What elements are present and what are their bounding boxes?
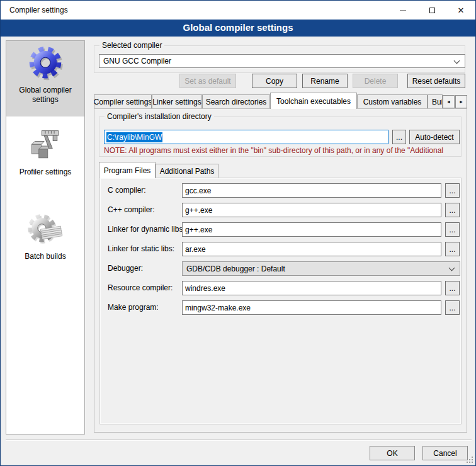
- debugger-select[interactable]: GDB/CDB debugger : Default: [182, 261, 460, 276]
- installation-directory-input[interactable]: C:\raylib\MinGW: [104, 130, 388, 144]
- browse-directory-button[interactable]: ...: [392, 130, 406, 144]
- sidebar-item-global-compiler-settings[interactable]: Global compiler settings: [6, 41, 84, 116]
- tab-linker-settings[interactable]: Linker settings: [152, 94, 202, 109]
- gray-gear-stack-icon: [25, 212, 65, 249]
- tab-search-directories[interactable]: Search directories: [202, 94, 270, 109]
- sidebar-item-batch-builds[interactable]: Batch builds: [6, 207, 84, 270]
- close-button[interactable]: ✕: [446, 1, 475, 20]
- tab-scroll-right-button[interactable]: ►: [455, 95, 467, 108]
- linker-static-input[interactable]: [182, 242, 441, 256]
- minimize-icon: [400, 10, 406, 11]
- linker-dynamic-browse-button[interactable]: ...: [445, 222, 460, 237]
- page-title: Global compiler settings: [1, 20, 475, 37]
- maximize-button[interactable]: [417, 1, 446, 20]
- copy-button[interactable]: Copy: [252, 74, 297, 88]
- c-compiler-label: C compiler:: [108, 183, 146, 198]
- make-program-browse-button[interactable]: ...: [445, 300, 460, 315]
- close-icon: ✕: [458, 6, 465, 14]
- settings-category-list: Global compiler settings Profiler s: [6, 40, 85, 435]
- tab-program-files[interactable]: Program Files: [99, 162, 156, 178]
- reset-defaults-button[interactable]: Reset defaults: [407, 74, 465, 88]
- compiler-settings-dialog: Compiler settings ✕ Global compiler sett…: [0, 0, 476, 466]
- installation-directory-group-label: Compiler's installation directory: [105, 112, 214, 121]
- window-title: Compiler settings: [9, 6, 68, 14]
- make-program-label: Make program:: [108, 300, 159, 315]
- arrow-right-icon: ►: [459, 99, 463, 104]
- sidebar-item-label: Global compiler settings: [11, 86, 80, 105]
- debugger-select-value: GDB/CDB debugger : Default: [186, 264, 285, 273]
- blue-gear-icon: [25, 45, 65, 83]
- tab-scroll-left-button[interactable]: ◄: [443, 95, 455, 108]
- c-compiler-input[interactable]: [182, 183, 441, 198]
- linker-static-browse-button[interactable]: ...: [445, 242, 460, 256]
- chevron-down-icon: [449, 265, 455, 271]
- tab-custom-variables[interactable]: Custom variables: [357, 94, 428, 109]
- linker-dynamic-label: Linker for dynamic libs:: [108, 222, 185, 237]
- chevron-down-icon: [454, 58, 460, 64]
- tab-build-options-clipped[interactable]: Build options: [428, 94, 443, 109]
- sidebar-item-label: Profiler settings: [11, 168, 80, 177]
- c-compiler-browse-button[interactable]: ...: [445, 183, 460, 198]
- bin-subdirectory-note: NOTE: All programs must exist either in …: [104, 146, 460, 155]
- sidebar-item-profiler-settings[interactable]: Profiler settings: [6, 123, 84, 191]
- make-program-input[interactable]: [182, 300, 441, 315]
- compiler-select-value: GNU GCC Compiler: [103, 57, 171, 65]
- cpp-compiler-browse-button[interactable]: ...: [445, 203, 460, 217]
- minimize-button[interactable]: [388, 1, 417, 20]
- resource-compiler-input[interactable]: [182, 281, 441, 295]
- rename-button[interactable]: Rename: [302, 74, 348, 88]
- installation-directory-selected-text: C:\raylib\MinGW: [106, 132, 162, 142]
- maximize-icon: [429, 8, 435, 13]
- sidebar-item-label: Batch builds: [11, 252, 80, 261]
- linker-dynamic-input[interactable]: [182, 222, 441, 237]
- caliper-tool-icon: [25, 127, 65, 165]
- tab-compiler-settings[interactable]: Compiler settings: [94, 94, 152, 109]
- auto-detect-button[interactable]: Auto-detect: [409, 130, 460, 144]
- resize-grip[interactable]: [467, 457, 473, 463]
- cancel-button[interactable]: Cancel: [422, 446, 468, 460]
- footer-separator: [6, 440, 472, 441]
- cpp-compiler-input[interactable]: [182, 203, 441, 217]
- cpp-compiler-label: C++ compiler:: [108, 203, 155, 217]
- tab-toolchain-executables[interactable]: Toolchain executables: [270, 93, 357, 109]
- debugger-label: Debugger:: [108, 261, 143, 276]
- selected-compiler-group-label: Selected compiler: [99, 41, 164, 50]
- set-as-default-button: Set as default: [179, 74, 236, 88]
- linker-static-label: Linker for static libs:: [108, 242, 174, 256]
- ok-button[interactable]: OK: [370, 446, 415, 460]
- delete-button: Delete: [353, 74, 398, 88]
- resource-compiler-label: Resource compiler:: [108, 281, 173, 295]
- compiler-select[interactable]: GNU GCC Compiler: [99, 54, 465, 68]
- resource-compiler-browse-button[interactable]: ...: [445, 281, 460, 295]
- tab-additional-paths[interactable]: Additional Paths: [156, 164, 218, 178]
- arrow-left-icon: ◄: [446, 99, 451, 104]
